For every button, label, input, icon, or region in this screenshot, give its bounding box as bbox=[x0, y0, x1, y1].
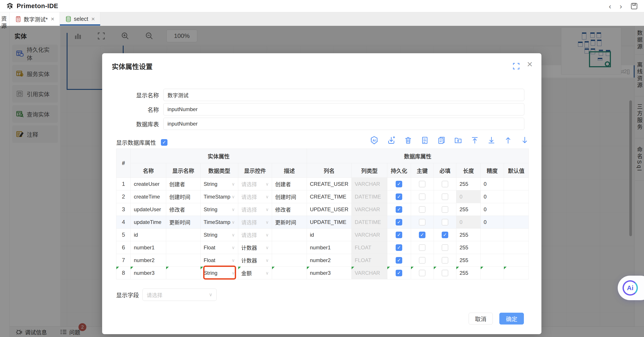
name-cell[interactable]: createUser bbox=[131, 178, 166, 190]
copy-icon[interactable] bbox=[438, 136, 446, 144]
display-name-cell[interactable]: 修改者 bbox=[166, 203, 200, 216]
column-name-cell[interactable]: number3 bbox=[307, 267, 352, 279]
default-value-cell[interactable] bbox=[504, 241, 528, 254]
display-name-cell[interactable] bbox=[166, 241, 200, 254]
persist-checkbox[interactable]: ✓ bbox=[396, 232, 402, 238]
default-value-cell[interactable] bbox=[504, 216, 528, 228]
precision-cell[interactable]: 0 bbox=[480, 216, 504, 228]
column-name-cell[interactable]: UPDATE_TIME bbox=[307, 216, 352, 228]
length-cell[interactable]: 255 bbox=[456, 228, 480, 241]
widget-select[interactable]: 请选择∨ bbox=[241, 180, 269, 188]
close-tab-icon[interactable]: × bbox=[51, 16, 54, 22]
persist-checkbox[interactable]: ✓ bbox=[396, 270, 402, 276]
data-type-select[interactable]: String∨ bbox=[204, 232, 235, 238]
description-cell[interactable]: 创建者 bbox=[272, 178, 307, 190]
column-name-cell[interactable]: CREATE_TIME bbox=[307, 190, 352, 203]
editor-tab-1[interactable]: 数字测试* × bbox=[10, 12, 60, 26]
nav-back-icon[interactable]: ‹ bbox=[609, 2, 611, 10]
default-value-cell[interactable] bbox=[504, 203, 528, 216]
description-cell[interactable]: 更新时间 bbox=[272, 216, 307, 228]
data-type-select[interactable]: TimeStamp∨ bbox=[204, 194, 235, 200]
widget-select[interactable]: 金额∨ bbox=[241, 269, 269, 277]
display-name-cell[interactable] bbox=[166, 267, 200, 279]
primary-key-checkbox[interactable]: ✓ bbox=[419, 232, 426, 238]
field-input-1[interactable] bbox=[163, 89, 524, 101]
close-dialog-icon[interactable]: × bbox=[527, 60, 533, 69]
precision-cell[interactable] bbox=[480, 267, 504, 279]
length-cell[interactable]: 0 bbox=[456, 216, 480, 228]
persist-checkbox[interactable]: ✓ bbox=[396, 257, 402, 264]
display-field-select[interactable]: 请选择 ∨ bbox=[142, 288, 216, 301]
move-down-icon[interactable] bbox=[521, 136, 529, 144]
field-input-3[interactable] bbox=[163, 118, 524, 130]
close-tab-icon[interactable]: × bbox=[91, 16, 95, 22]
length-cell[interactable]: 0 bbox=[456, 190, 480, 203]
column-name-cell[interactable]: UPDATE_USER bbox=[307, 203, 352, 216]
move-up-icon[interactable] bbox=[504, 136, 512, 144]
widget-select[interactable]: 请选择∨ bbox=[241, 193, 269, 200]
confirm-button[interactable]: 确定 bbox=[499, 313, 524, 324]
length-cell[interactable]: 255 bbox=[456, 254, 480, 267]
trash-icon[interactable] bbox=[404, 136, 412, 144]
required-checkbox[interactable]: ✓ bbox=[442, 232, 448, 238]
precision-cell[interactable]: 0 bbox=[480, 203, 504, 216]
ai-icon[interactable]: AI bbox=[370, 136, 378, 144]
name-cell[interactable]: updateTime bbox=[131, 216, 166, 228]
display-name-cell[interactable]: 创建时间 bbox=[166, 190, 200, 203]
precision-cell[interactable] bbox=[480, 241, 504, 254]
length-cell[interactable]: 255 bbox=[456, 267, 480, 279]
name-cell[interactable]: number2 bbox=[131, 254, 166, 267]
nav-forward-icon[interactable]: › bbox=[620, 2, 622, 10]
persist-checkbox[interactable]: ✓ bbox=[396, 181, 402, 187]
precision-cell[interactable]: 0 bbox=[480, 190, 504, 203]
display-name-cell[interactable]: 创建者 bbox=[166, 178, 200, 190]
primary-key-checkbox[interactable] bbox=[419, 219, 426, 226]
move-bottom-icon[interactable] bbox=[488, 136, 496, 144]
description-cell[interactable] bbox=[272, 267, 307, 279]
name-cell[interactable]: updateUser bbox=[131, 203, 166, 216]
maximize-dialog-icon[interactable] bbox=[512, 62, 520, 70]
description-cell[interactable] bbox=[272, 241, 307, 254]
precision-cell[interactable] bbox=[480, 254, 504, 267]
primary-key-checkbox[interactable] bbox=[419, 270, 426, 276]
primary-key-checkbox[interactable] bbox=[419, 194, 426, 200]
name-cell[interactable]: id bbox=[131, 228, 166, 241]
primary-key-checkbox[interactable] bbox=[419, 244, 426, 251]
data-type-select[interactable]: TimeStamp∨ bbox=[204, 219, 235, 225]
column-name-cell[interactable]: id bbox=[307, 228, 352, 241]
editor-tab-2[interactable]: select × bbox=[60, 12, 100, 26]
save-icon[interactable] bbox=[630, 2, 638, 10]
length-cell[interactable]: 255 bbox=[456, 178, 480, 190]
widget-select[interactable]: 请选择∨ bbox=[241, 206, 269, 213]
cancel-button[interactable]: 取消 bbox=[469, 313, 493, 324]
ai-assistant-button[interactable]: Ai bbox=[618, 276, 644, 300]
data-type-select[interactable]: String∨ bbox=[204, 206, 235, 212]
widget-select[interactable]: 请选择∨ bbox=[241, 231, 269, 238]
persist-checkbox[interactable]: ✓ bbox=[396, 206, 402, 213]
description-cell[interactable] bbox=[272, 228, 307, 241]
primary-key-checkbox[interactable] bbox=[419, 206, 426, 213]
display-name-cell[interactable] bbox=[166, 228, 200, 241]
folder-add-icon[interactable] bbox=[454, 136, 462, 144]
widget-select[interactable]: 请选择∨ bbox=[241, 218, 269, 226]
default-value-cell[interactable] bbox=[504, 178, 528, 190]
display-name-cell[interactable] bbox=[166, 254, 200, 267]
precision-cell[interactable] bbox=[480, 228, 504, 241]
widget-select[interactable]: 计数器∨ bbox=[241, 256, 269, 264]
name-cell[interactable]: createTime bbox=[131, 190, 166, 203]
required-checkbox[interactable] bbox=[442, 270, 448, 276]
import-icon[interactable] bbox=[387, 136, 396, 144]
required-checkbox[interactable] bbox=[442, 244, 448, 251]
name-cell[interactable]: number1 bbox=[131, 241, 166, 254]
description-cell[interactable]: 修改者 bbox=[272, 203, 307, 216]
required-checkbox[interactable] bbox=[442, 219, 448, 226]
default-value-cell[interactable] bbox=[504, 190, 528, 203]
document-icon[interactable] bbox=[421, 136, 429, 144]
default-value-cell[interactable] bbox=[504, 228, 528, 241]
data-type-select[interactable]: String∨ bbox=[204, 270, 235, 276]
required-checkbox[interactable] bbox=[442, 194, 448, 200]
show-db-props-checkbox[interactable]: ✓ bbox=[161, 139, 168, 146]
primary-key-checkbox[interactable] bbox=[419, 181, 426, 187]
length-cell[interactable]: 255 bbox=[456, 241, 480, 254]
move-top-icon[interactable] bbox=[471, 136, 479, 144]
